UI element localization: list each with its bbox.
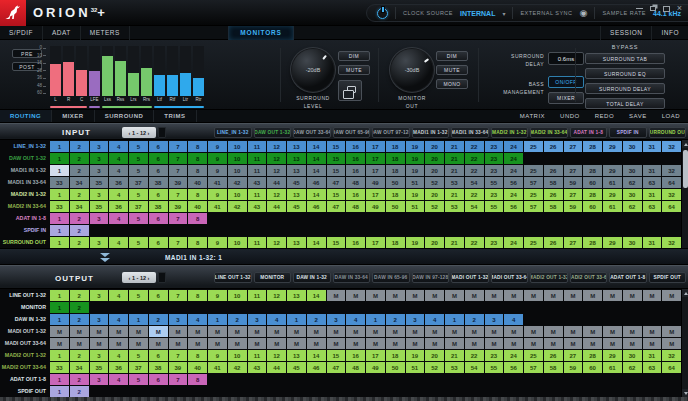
matrix-cell[interactable] [465, 386, 484, 397]
power-button[interactable] [377, 8, 388, 19]
matrix-cell[interactable]: 18 [386, 350, 405, 361]
surround-delay-value[interactable]: 0.6ms [548, 52, 584, 65]
matrix-cell[interactable]: 7 [169, 165, 188, 176]
matrix-cell[interactable]: 41 [208, 177, 227, 188]
matrix-cell[interactable]: 4 [504, 314, 523, 325]
matrix-cell[interactable]: 46 [307, 362, 326, 373]
matrix-cell[interactable]: 31 [643, 350, 662, 361]
tab-s-pdif[interactable]: S/PDIF [0, 26, 43, 40]
input-tab-madi1-in-33-64[interactable]: MADI1 IN 33-64 [451, 127, 489, 138]
matrix-cell[interactable]: M [524, 338, 543, 349]
matrix-cell[interactable]: 3 [90, 374, 109, 385]
matrix-cell[interactable]: 2 [70, 350, 89, 361]
matrix-cell[interactable] [583, 374, 602, 385]
matrix-cell[interactable]: 4 [346, 314, 365, 325]
matrix-cell[interactable]: 12 [267, 237, 286, 248]
matrix-cell[interactable] [544, 374, 563, 385]
matrix-cell[interactable] [465, 374, 484, 385]
matrix-cell[interactable]: 41 [208, 362, 227, 373]
scroll-up-button[interactable] [682, 140, 688, 148]
matrix-cell[interactable]: 2 [70, 189, 89, 200]
matrix-cell[interactable] [544, 153, 563, 164]
matrix-cell[interactable]: 2 [149, 314, 168, 325]
action-undo[interactable]: UNDO [560, 110, 580, 123]
matrix-cell[interactable]: M [485, 326, 504, 337]
tab-adat[interactable]: ADAT [43, 26, 81, 40]
matrix-cell[interactable]: 5 [129, 153, 148, 164]
matrix-cell[interactable] [406, 302, 425, 313]
matrix-cell[interactable] [248, 374, 267, 385]
matrix-cell[interactable] [544, 213, 563, 224]
matrix-cell[interactable]: 9 [208, 141, 227, 152]
matrix-cell[interactable]: 8 [188, 374, 207, 385]
matrix-cell[interactable]: 57 [524, 201, 543, 212]
matrix-cell[interactable] [188, 386, 207, 397]
matrix-cell[interactable]: 11 [248, 189, 267, 200]
matrix-cell[interactable]: 35 [90, 177, 109, 188]
matrix-cell[interactable]: 31 [643, 237, 662, 248]
matrix-cell[interactable]: M [90, 326, 109, 337]
matrix-cell[interactable]: 12 [267, 153, 286, 164]
output-channel-pager[interactable]: ‹ 1 - 12 › [122, 272, 156, 283]
matrix-cell[interactable]: 54 [465, 362, 484, 373]
matrix-cell[interactable]: 10 [228, 165, 247, 176]
matrix-cell[interactable]: 20 [425, 141, 444, 152]
matrix-cell[interactable]: 12 [267, 290, 286, 301]
matrix-cell[interactable]: 20 [425, 189, 444, 200]
matrix-cell[interactable]: 16 [346, 165, 365, 176]
matrix-cell[interactable] [366, 213, 385, 224]
matrix-cell[interactable]: 6 [149, 213, 168, 224]
matrix-cell[interactable]: 55 [485, 362, 504, 373]
matrix-cell[interactable]: M [425, 338, 444, 349]
matrix-cell[interactable]: M [544, 326, 563, 337]
matrix-cell[interactable]: 39 [169, 201, 188, 212]
matrix-cell[interactable]: 23 [485, 165, 504, 176]
input-tab-adat-in-1-8[interactable]: ADAT IN 1-8 [570, 127, 608, 138]
matrix-cell[interactable] [327, 225, 346, 236]
matrix-cell[interactable]: 9 [208, 153, 227, 164]
matrix-cell[interactable]: 21 [445, 153, 464, 164]
matrix-cell[interactable]: 60 [583, 177, 602, 188]
matrix-cell[interactable] [504, 386, 523, 397]
matrix-cell[interactable]: 49 [366, 201, 385, 212]
matrix-cell[interactable] [346, 225, 365, 236]
matrix-cell[interactable]: M [50, 338, 69, 349]
matrix-cell[interactable]: M [504, 290, 523, 301]
matrix-cell[interactable]: 42 [228, 362, 247, 373]
matrix-cell[interactable]: 16 [346, 153, 365, 164]
matrix-cell[interactable]: 40 [188, 177, 207, 188]
matrix-cell[interactable] [524, 153, 543, 164]
matrix-cell[interactable]: 1 [50, 350, 69, 361]
matrix-cell[interactable]: 52 [425, 362, 444, 373]
matrix-cell[interactable]: 17 [366, 350, 385, 361]
matrix-cell[interactable]: 32 [662, 350, 681, 361]
matrix-cell[interactable] [90, 225, 109, 236]
output-tab-daw-in-65-96[interactable]: DAW IN 65-96 [372, 272, 410, 283]
matrix-cell[interactable]: M [445, 290, 464, 301]
matrix-cell[interactable]: 24 [504, 165, 523, 176]
matrix-cell[interactable] [208, 302, 227, 313]
output-scrollbar[interactable] [681, 289, 688, 397]
matrix-cell[interactable]: 16 [346, 350, 365, 361]
matrix-cell[interactable] [386, 302, 405, 313]
matrix-cell[interactable]: M [169, 338, 188, 349]
matrix-cell[interactable] [623, 213, 642, 224]
matrix-cell[interactable]: 4 [425, 314, 444, 325]
matrix-cell[interactable]: 3 [90, 314, 109, 325]
matrix-cell[interactable]: 38 [149, 201, 168, 212]
matrix-cell[interactable]: M [208, 326, 227, 337]
matrix-cell[interactable] [208, 386, 227, 397]
matrix-cell[interactable] [129, 302, 148, 313]
matrix-cell[interactable]: 6 [149, 165, 168, 176]
matrix-cell[interactable]: 5 [129, 350, 148, 361]
matrix-cell[interactable]: M [386, 290, 405, 301]
matrix-cell[interactable] [603, 153, 622, 164]
monitor-dim-button[interactable]: DIM [436, 51, 468, 61]
matrix-cell[interactable]: 45 [287, 362, 306, 373]
input-tab-madi2-in-33-64[interactable]: MADI2 IN 33-64 [530, 127, 568, 138]
matrix-cell[interactable]: 55 [485, 201, 504, 212]
matrix-cell[interactable]: M [386, 326, 405, 337]
matrix-cell[interactable]: M [524, 290, 543, 301]
monitor-out-knob[interactable]: -30dB [391, 49, 433, 91]
matrix-cell[interactable]: M [188, 326, 207, 337]
